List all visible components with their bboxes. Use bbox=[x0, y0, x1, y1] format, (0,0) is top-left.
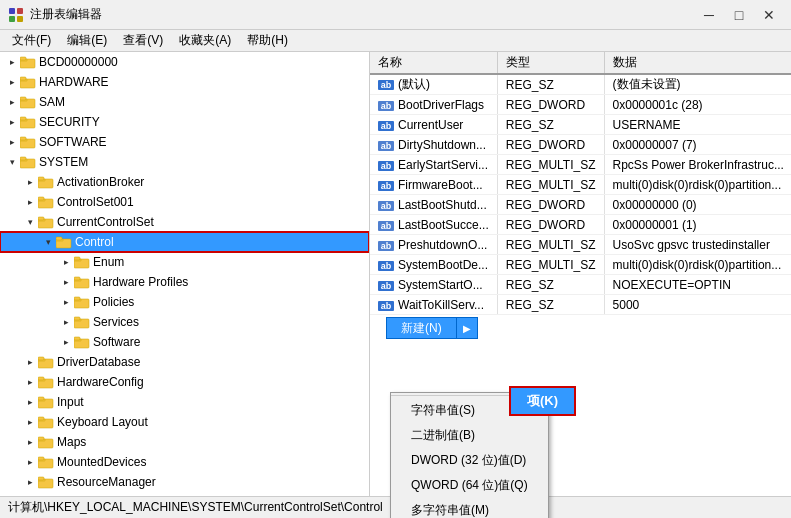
menu-item[interactable]: 编辑(E) bbox=[59, 30, 115, 51]
menu-item[interactable]: 文件(F) bbox=[4, 30, 59, 51]
tree-item-activationbroker[interactable]: ▸ ActivationBroker bbox=[0, 172, 369, 192]
tree-item-currentcontrolset[interactable]: ▾ CurrentControlSet bbox=[0, 212, 369, 232]
table-row[interactable]: abLastBootShutd...REG_DWORD0x00000000 (0… bbox=[370, 195, 791, 215]
table-row[interactable]: abCurrentUserREG_SZUSERNAME bbox=[370, 115, 791, 135]
submenu-item-4[interactable]: 多字符串值(M) bbox=[391, 498, 548, 518]
tree-toggle-enum[interactable]: ▸ bbox=[58, 254, 74, 270]
tree-toggle-maps[interactable]: ▸ bbox=[22, 434, 38, 450]
folder-icon-controlset001 bbox=[38, 195, 54, 209]
tree-item-policies[interactable]: ▸ Policies bbox=[0, 292, 369, 312]
tree-toggle-activationbroker[interactable]: ▸ bbox=[22, 174, 38, 190]
tree-toggle-controlset001[interactable]: ▸ bbox=[22, 194, 38, 210]
svg-rect-12 bbox=[20, 97, 26, 100]
tree-item-hardware[interactable]: ▸ HARDWARE bbox=[0, 72, 369, 92]
svg-rect-63 bbox=[38, 437, 44, 440]
folder-icon-driverdatabase bbox=[38, 355, 54, 369]
folder-icon-policies bbox=[74, 295, 90, 309]
close-button[interactable]: ✕ bbox=[755, 4, 783, 26]
table-row[interactable]: abFirmwareBoot...REG_MULTI_SZmulti(0)dis… bbox=[370, 175, 791, 195]
table-cell-data: RpcSs Power BrokerInfrastruc... bbox=[604, 155, 791, 175]
tree-toggle-sam[interactable]: ▸ bbox=[4, 94, 20, 110]
submenu-item-2[interactable]: DWORD (32 位)值(D) bbox=[391, 448, 548, 473]
folder-icon-hardware bbox=[20, 75, 36, 89]
table-cell-data: 0x00000000 (0) bbox=[604, 195, 791, 215]
table-row[interactable]: abDirtyShutdown...REG_DWORD0x00000007 (7… bbox=[370, 135, 791, 155]
tree-toggle-keyboardlayout[interactable]: ▸ bbox=[22, 414, 38, 430]
tree-item-bcd[interactable]: ▸ BCD00000000 bbox=[0, 52, 369, 72]
tree-item-driverdatabase[interactable]: ▸ DriverDatabase bbox=[0, 352, 369, 372]
tree-item-security[interactable]: ▸ SECURITY bbox=[0, 112, 369, 132]
tree-panel: ▸ BCD00000000▸ HARDWARE▸ SAM▸ SECURITY▸ … bbox=[0, 52, 370, 496]
tree-toggle-security[interactable]: ▸ bbox=[4, 114, 20, 130]
tree-toggle-control[interactable]: ▾ bbox=[40, 234, 56, 250]
folder-icon-security bbox=[20, 115, 36, 129]
tree-item-maps[interactable]: ▸ Maps bbox=[0, 432, 369, 452]
svg-rect-21 bbox=[20, 157, 26, 160]
table-row[interactable]: abSystemStartO...REG_SZNOEXECUTE=OPTIN bbox=[370, 275, 791, 295]
menu-item[interactable]: 收藏夹(A) bbox=[171, 30, 239, 51]
tree-item-hardwareconfig[interactable]: ▸ HardwareConfig bbox=[0, 372, 369, 392]
table-row[interactable]: abSystemBootDe...REG_MULTI_SZmulti(0)dis… bbox=[370, 255, 791, 275]
folder-icon-maps bbox=[38, 435, 54, 449]
table-row[interactable]: abEarlyStartServi...REG_MULTI_SZRpcSs Po… bbox=[370, 155, 791, 175]
tree-item-services[interactable]: ▸ Services bbox=[0, 312, 369, 332]
table-row[interactable]: abWaitToKillServ...REG_SZ5000 bbox=[370, 295, 791, 315]
tree-item-system[interactable]: ▾ SYSTEM bbox=[0, 152, 369, 172]
tree-label-sam: SAM bbox=[39, 95, 65, 109]
tree-item-enum[interactable]: ▸ Enum bbox=[0, 252, 369, 272]
table-cell-name: abLastBootSucce... bbox=[370, 215, 497, 235]
tree-toggle-policies[interactable]: ▸ bbox=[58, 294, 74, 310]
svg-rect-18 bbox=[20, 137, 26, 140]
tree-item-sam[interactable]: ▸ SAM bbox=[0, 92, 369, 112]
tree-toggle-services[interactable]: ▸ bbox=[58, 314, 74, 330]
tree-toggle-currentcontrolset[interactable]: ▾ bbox=[22, 214, 38, 230]
table-header: 类型 bbox=[497, 52, 604, 74]
new-button-arrow[interactable]: ▶ bbox=[457, 317, 478, 339]
tree-toggle-bcd[interactable]: ▸ bbox=[4, 54, 20, 70]
menu-item[interactable]: 帮助(H) bbox=[239, 30, 296, 51]
new-button[interactable]: 新建(N) bbox=[386, 317, 457, 339]
folder-icon-activationbroker bbox=[38, 175, 54, 189]
tree-label-software: SOFTWARE bbox=[39, 135, 107, 149]
tree-toggle-hwprofiles[interactable]: ▸ bbox=[58, 274, 74, 290]
tree-toggle-driverdatabase[interactable]: ▸ bbox=[22, 354, 38, 370]
window-controls: ─ □ ✕ bbox=[695, 4, 783, 26]
tree-toggle-resourcemanager[interactable]: ▸ bbox=[22, 474, 38, 490]
table-cell-type: REG_SZ bbox=[497, 295, 604, 315]
tree-scroll[interactable]: ▸ BCD00000000▸ HARDWARE▸ SAM▸ SECURITY▸ … bbox=[0, 52, 369, 496]
tree-toggle-softwaresub[interactable]: ▸ bbox=[58, 334, 74, 350]
submenu-item-1[interactable]: 二进制值(B) bbox=[391, 423, 548, 448]
tree-label-bcd: BCD00000000 bbox=[39, 55, 118, 69]
xiang-popup[interactable]: 项(K) bbox=[509, 386, 576, 416]
table-cell-name: abWaitToKillServ... bbox=[370, 295, 497, 315]
table-row[interactable]: abBootDriverFlagsREG_DWORD0x0000001c (28… bbox=[370, 95, 791, 115]
tree-item-resourcemanager[interactable]: ▸ ResourceManager bbox=[0, 472, 369, 492]
tree-item-control[interactable]: ▾ Control bbox=[0, 232, 369, 252]
minimize-button[interactable]: ─ bbox=[695, 4, 723, 26]
tree-toggle-hardwareconfig[interactable]: ▸ bbox=[22, 374, 38, 390]
tree-label-policies: Policies bbox=[93, 295, 134, 309]
svg-rect-15 bbox=[20, 117, 26, 120]
tree-toggle-input[interactable]: ▸ bbox=[22, 394, 38, 410]
tree-item-controlset001[interactable]: ▸ ControlSet001 bbox=[0, 192, 369, 212]
submenu-item-3[interactable]: QWORD (64 位)值(Q) bbox=[391, 473, 548, 498]
table-cell-name: abEarlyStartServi... bbox=[370, 155, 497, 175]
menu-item[interactable]: 查看(V) bbox=[115, 30, 171, 51]
tree-item-softwaresub[interactable]: ▸ Software bbox=[0, 332, 369, 352]
tree-toggle-software[interactable]: ▸ bbox=[4, 134, 20, 150]
table-row[interactable]: abLastBootSucce...REG_DWORD0x00000001 (1… bbox=[370, 215, 791, 235]
tree-toggle-system[interactable]: ▾ bbox=[4, 154, 20, 170]
tree-item-keyboardlayout[interactable]: ▸ Keyboard Layout bbox=[0, 412, 369, 432]
tree-item-software[interactable]: ▸ SOFTWARE bbox=[0, 132, 369, 152]
tree-toggle-mounteddevices[interactable]: ▸ bbox=[22, 454, 38, 470]
table-row[interactable]: abPreshutdownO...REG_MULTI_SZUsoSvc gpsv… bbox=[370, 235, 791, 255]
table-cell-name: ab(默认) bbox=[370, 74, 497, 95]
tree-item-input[interactable]: ▸ Input bbox=[0, 392, 369, 412]
tree-item-hwprofiles[interactable]: ▸ Hardware Profiles bbox=[0, 272, 369, 292]
table-row[interactable]: ab(默认)REG_SZ(数值未设置) bbox=[370, 74, 791, 95]
tree-item-mounteddevices[interactable]: ▸ MountedDevices bbox=[0, 452, 369, 472]
maximize-button[interactable]: □ bbox=[725, 4, 753, 26]
table-cell-data: UsoSvc gpsvc trustedinstaller bbox=[604, 235, 791, 255]
tree-toggle-hardware[interactable]: ▸ bbox=[4, 74, 20, 90]
table-cell-type: REG_SZ bbox=[497, 115, 604, 135]
